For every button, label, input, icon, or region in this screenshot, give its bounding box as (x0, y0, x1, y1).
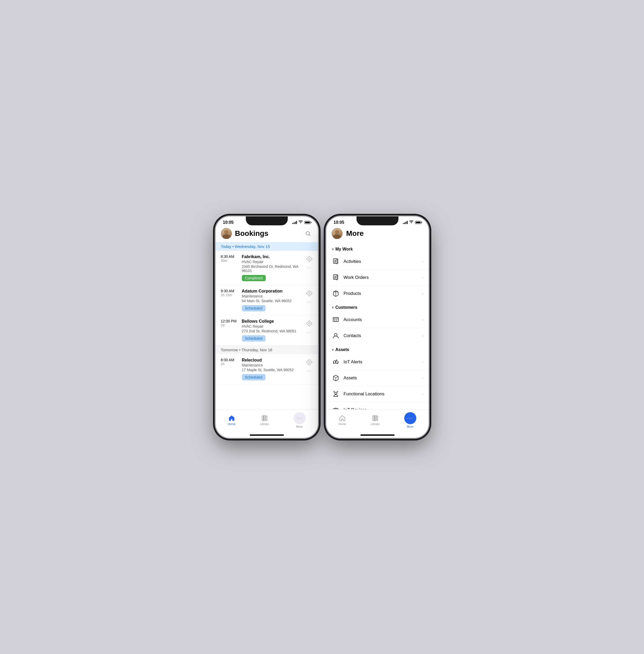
products-label: Products (344, 291, 418, 296)
booking-type: Maintenance (242, 363, 303, 367)
booking-duration: 30m (221, 259, 239, 263)
page-title: Bookings (235, 229, 269, 238)
menu-item-activities[interactable]: Activities › (326, 254, 429, 270)
booking-name: Relecloud (242, 358, 303, 363)
booking-time: 8:30 AM 30m (221, 254, 239, 263)
status-icons (403, 220, 421, 224)
functional-locations-label: Functional Locations (344, 391, 418, 397)
chevron-down-icon: ∨ (331, 247, 334, 251)
menu-item-functional-locations[interactable]: Functional Locations › (326, 386, 429, 402)
booking-address: 54 Main St, Seattle, WA 98052 (242, 299, 303, 303)
left-phone: 10:05 B (216, 217, 318, 438)
svg-line-1 (309, 234, 310, 236)
nav-library-right[interactable]: Library (371, 415, 380, 426)
more-list[interactable]: ∨ My Work Activities › (326, 243, 429, 409)
avatar[interactable] (331, 228, 343, 239)
menu-item-products[interactable]: Products › (326, 286, 429, 301)
navigate-button[interactable] (306, 290, 313, 297)
products-chevron: › (422, 291, 423, 296)
menu-item-contacts[interactable]: Contacts › (326, 328, 429, 344)
bookings-list[interactable]: 8:30 AM 30m Fabrikam, Inc. HVAC Repair 2… (216, 251, 318, 409)
customers-group-label: ∨ Customers (326, 301, 429, 312)
more-button[interactable]: ··· (307, 330, 312, 335)
chevron-down-icon: ∨ (331, 306, 334, 309)
nav-more-label: More (296, 425, 303, 428)
booking-time-value: 9:30 AM (221, 289, 239, 293)
booking-item[interactable]: 8:00 AM 2h Relecloud Maintenance 17 Mapl… (216, 354, 318, 384)
battery-icon (304, 221, 310, 224)
home-bar (361, 434, 394, 436)
nav-home[interactable]: Home (228, 415, 235, 426)
menu-item-work-orders[interactable]: Work Orders › (326, 270, 429, 286)
booking-name: Adatum Corporation (242, 289, 303, 294)
status-badge: Scheduled (242, 335, 266, 342)
iot-alerts-label: IoT Alerts (344, 359, 418, 365)
booking-type: HVAC Repair (242, 260, 303, 264)
booking-item[interactable]: 8:30 AM 30m Fabrikam, Inc. HVAC Repair 2… (216, 251, 318, 285)
accounts-chevron: › (422, 317, 423, 322)
wifi-icon (409, 220, 413, 224)
iot-alerts-icon (331, 358, 340, 366)
booking-actions: ··· (306, 254, 313, 270)
navigate-button[interactable] (306, 255, 313, 262)
booking-name: Fabrikam, Inc. (242, 254, 303, 259)
more-button[interactable]: ··· (307, 299, 312, 305)
navigate-button[interactable] (306, 320, 313, 327)
booking-address: 17 Maple St, Seattle, WA 98052 (242, 368, 303, 372)
more-button[interactable]: ··· (307, 265, 312, 270)
svg-rect-15 (374, 415, 376, 421)
nav-library[interactable]: Library (260, 415, 269, 426)
booking-item[interactable]: 9:30 AM 2h 15m Adatum Corporation Mainte… (216, 285, 318, 315)
booking-info: Fabrikam, Inc. HVAC Repair 2345 Birchwoo… (242, 254, 303, 281)
page-title: More (346, 229, 364, 238)
booking-time: 9:30 AM 2h 15m (221, 289, 239, 297)
booking-actions: ··· (306, 358, 313, 374)
booking-item[interactable]: 12:00 PM 2d Bellows College HVAC Repair … (216, 315, 318, 345)
svg-rect-6 (333, 317, 338, 322)
booking-time-value: 8:30 AM (221, 254, 239, 259)
navigate-button[interactable] (306, 359, 313, 366)
nav-more[interactable]: ··· More (294, 412, 306, 428)
accounts-icon (331, 316, 340, 324)
more-button[interactable]: ··· (307, 368, 312, 374)
assets-menu-icon (331, 374, 340, 382)
menu-item-assets[interactable]: Assets › (326, 370, 429, 386)
booking-address: 2345 Birchwood Dr, Redmond, WA 98101 (242, 265, 303, 273)
tomorrow-date-header: Tomorrow • Thursday, Nov 16 (216, 345, 318, 354)
accounts-label: Accounts (344, 317, 418, 322)
menu-item-iot-alerts[interactable]: IoT Alerts › (326, 354, 429, 370)
bookings-screen: Bookings Today • Wednesday, Nov 15 8:30 … (216, 226, 318, 438)
avatar-image (221, 228, 232, 239)
avatar-image (331, 228, 343, 239)
right-phone: 10:05 More (326, 217, 429, 438)
contacts-label: Contacts (344, 333, 418, 338)
booking-actions: ··· (306, 319, 313, 335)
work-orders-icon (331, 273, 340, 282)
bookings-header: Bookings (216, 226, 318, 242)
nav-more-right[interactable]: ··· More (404, 412, 416, 428)
contacts-icon (331, 332, 340, 340)
nav-home-right-label: Home (338, 422, 346, 426)
my-work-group-label: ∨ My Work (326, 243, 429, 254)
functional-locations-icon (331, 390, 340, 398)
svg-rect-5 (334, 275, 337, 279)
work-orders-chevron: › (422, 275, 423, 280)
svg-point-0 (306, 231, 309, 235)
svg-point-10 (335, 392, 337, 394)
booking-name: Bellows College (242, 319, 303, 324)
functional-locations-chevron: › (422, 392, 423, 397)
iot-devices-label: IoT Devices (344, 407, 418, 409)
menu-item-iot-devices[interactable]: IoT Devices › (326, 402, 429, 409)
booking-info: Bellows College HVAC Repair 273 2nd St, … (242, 319, 303, 342)
avatar[interactable] (221, 228, 232, 239)
assets-label: Assets (336, 347, 349, 352)
menu-item-accounts[interactable]: Accounts › (326, 312, 429, 328)
bottom-nav-right: Home Library ··· More (326, 409, 429, 433)
booking-time: 12:00 PM 2d (221, 319, 239, 327)
assets-chevron: › (422, 376, 423, 380)
nav-home-right[interactable]: Home (338, 415, 346, 426)
chevron-down-icon: ∨ (331, 348, 334, 352)
my-work-section: ∨ My Work Activities › (326, 243, 429, 301)
search-button[interactable] (303, 229, 313, 238)
svg-rect-2 (262, 415, 263, 421)
